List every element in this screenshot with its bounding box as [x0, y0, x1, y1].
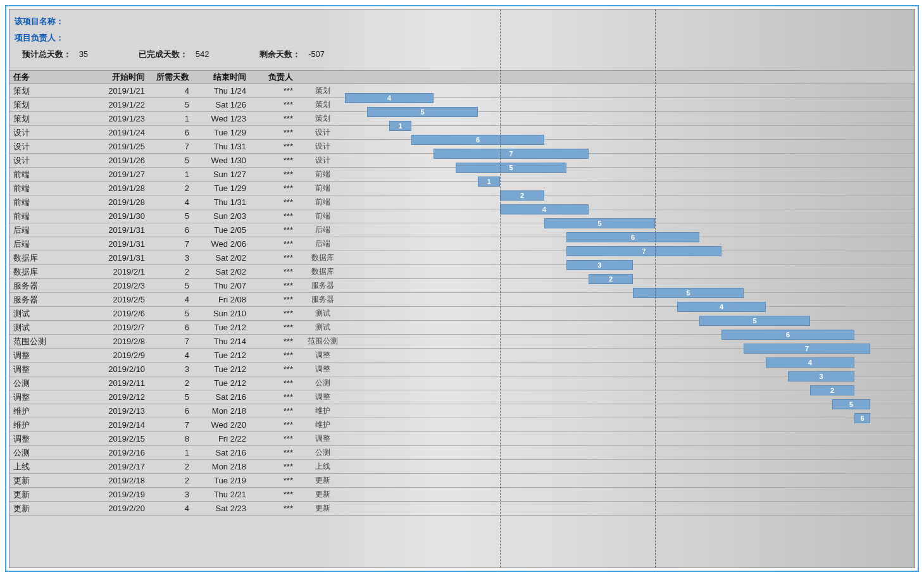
cell-end: Fri 2/22 [193, 434, 250, 444]
cell-bar-label: 测试 [301, 322, 345, 333]
cell-bar-label: 策划 [301, 99, 345, 110]
cell-owner: *** [250, 462, 301, 471]
cell-days: 6 [149, 323, 193, 332]
cell-owner: *** [250, 406, 301, 416]
cell-start: 2019/1/24 [79, 128, 149, 137]
cell-days: 5 [149, 156, 193, 165]
cell-days: 3 [149, 253, 193, 263]
cell-end: Wed 2/20 [193, 420, 250, 430]
cell-days: 2 [149, 183, 193, 193]
cell-owner: *** [250, 504, 301, 513]
cell-task: 数据库 [9, 252, 79, 264]
cell-end: Thu 2/14 [193, 337, 250, 346]
cell-task: 更新 [9, 475, 79, 487]
cell-bar-label: 调整 [301, 350, 345, 361]
cell-bar-label: 调整 [301, 433, 345, 444]
cell-task: 前端 [9, 169, 79, 180]
cell-bar-label: 调整 [301, 364, 345, 375]
cell-end: Tue 2/12 [193, 323, 250, 332]
gantt-bar: 5 [699, 316, 810, 326]
cell-task: 更新 [9, 489, 79, 500]
cell-task: 后端 [9, 239, 79, 250]
gantt-bar: 1 [389, 121, 411, 131]
cell-start: 2019/2/14 [79, 420, 149, 430]
cell-task: 公测 [9, 447, 79, 459]
cell-start: 2019/2/10 [79, 364, 149, 374]
cell-days: 3 [149, 490, 193, 499]
cell-start: 2019/2/1 [79, 267, 149, 276]
cell-start: 2019/2/19 [79, 490, 149, 499]
cell-end: Wed 1/30 [193, 156, 250, 165]
cell-start: 2019/1/25 [79, 142, 149, 151]
table-row: 服务器2019/2/54Fri 2/08***服务器4 [9, 293, 915, 307]
table-row: 更新2019/2/193Thu 2/21***更新 [9, 488, 915, 502]
table-row: 设计2019/1/246Tue 1/29***设计6 [9, 126, 915, 140]
cell-bar-label: 更新 [301, 489, 345, 500]
cell-end: Tue 2/12 [193, 378, 250, 388]
header-area: 该项目名称： 项目负责人： 预计总天数： 35 已完成天数： 542 剩余天数：… [9, 9, 915, 70]
table-body: 策划2019/1/214Thu 1/24***策划4策划2019/1/225Sa… [9, 84, 915, 516]
cell-task: 调整 [9, 433, 79, 445]
cell-start: 2019/2/15 [79, 434, 149, 444]
table-row: 调整2019/2/158Fri 2/22***调整 [9, 432, 915, 446]
cell-task: 策划 [9, 85, 79, 97]
cell-bar-label: 设计 [301, 141, 345, 152]
cell-days: 7 [149, 142, 193, 151]
grid-vline [655, 9, 656, 568]
gantt-bar: 5 [456, 163, 566, 173]
cell-end: Sun 2/10 [193, 309, 250, 318]
cell-end: Tue 2/12 [193, 351, 250, 360]
cell-task: 策划 [9, 99, 79, 111]
cell-end: Sat 1/26 [193, 100, 250, 109]
cell-task: 前端 [9, 211, 79, 222]
cell-bar-label: 公测 [301, 447, 345, 458]
cell-bar-label: 前端 [301, 183, 345, 194]
cell-owner: *** [250, 114, 301, 123]
cell-days: 5 [149, 309, 193, 318]
cell-start: 2019/1/31 [79, 253, 149, 263]
cell-days: 5 [149, 100, 193, 109]
cell-owner: *** [250, 128, 301, 137]
gantt-bar: 6 [566, 232, 699, 242]
gantt-bar: 3 [788, 371, 854, 382]
cell-task: 前端 [9, 183, 79, 194]
table-row: 后端2019/1/316Tue 2/05***后端6 [9, 223, 915, 237]
cell-start: 2019/1/23 [79, 114, 149, 123]
cell-days: 6 [149, 128, 193, 137]
cell-owner: *** [250, 239, 301, 249]
gantt-bar: 4 [500, 204, 589, 214]
table-row: 调整2019/2/125Sat 2/16***调整5 [9, 390, 915, 404]
gantt-bar: 5 [633, 288, 744, 298]
cell-owner: *** [250, 434, 301, 444]
project-owner-label: 项目负责人： [15, 32, 909, 44]
cell-end: Thu 1/31 [193, 142, 250, 151]
table-row: 测试2019/2/65Sun 2/10***测试5 [9, 307, 915, 321]
cell-bar-label: 数据库 [301, 252, 345, 263]
cell-task: 设计 [9, 155, 79, 166]
cell-bar-label: 后端 [301, 239, 345, 249]
table-row: 上线2019/2/172Mon 2/18***上线 [9, 460, 915, 474]
remaining-days-value: -507 [308, 49, 325, 59]
cell-bar-label: 策划 [301, 113, 345, 124]
cell-end: Sat 2/23 [193, 504, 250, 513]
gantt-bar: 2 [589, 274, 633, 284]
cell-bar-label: 调整 [301, 392, 345, 402]
table-row: 策划2019/1/214Thu 1/24***策划4 [9, 84, 915, 98]
table-row: 更新2019/2/182Tue 2/19***更新 [9, 474, 915, 488]
table-row: 前端2019/1/282Tue 1/29***前端2 [9, 182, 915, 195]
cell-bar-label: 更新 [301, 503, 345, 514]
gantt-bar: 5 [832, 399, 870, 409]
cell-end: Sat 2/02 [193, 267, 250, 276]
remaining-days: 剩余天数： -507 [259, 49, 325, 60]
cell-days: 7 [149, 239, 193, 249]
cell-bar-label: 服务器 [301, 280, 345, 291]
cell-start: 2019/2/12 [79, 392, 149, 402]
cell-bar-label: 设计 [301, 127, 345, 138]
remaining-days-label: 剩余天数： [259, 49, 301, 59]
est-days-value: 35 [79, 49, 88, 59]
cell-end: Sat 2/16 [193, 448, 250, 457]
col-days-header: 所需天数 [149, 71, 193, 83]
cell-days: 4 [149, 86, 193, 96]
cell-end: Sat 2/16 [193, 392, 250, 402]
cell-owner: *** [250, 100, 301, 109]
